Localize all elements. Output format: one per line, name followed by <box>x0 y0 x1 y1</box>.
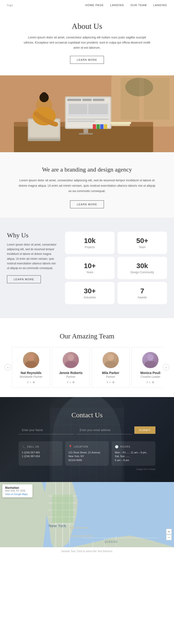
social-ig-3[interactable]: ⊙ <box>152 381 154 384</box>
team-title: Our Amazing Team <box>5 332 169 340</box>
social-ig-1[interactable]: ⊙ <box>72 381 75 384</box>
map-city: Manhattan <box>5 486 30 490</box>
carousel-next-button[interactable]: › <box>163 364 169 370</box>
contact-form: SUBMIT <box>18 426 156 434</box>
info-card-0: 📞 CALL US 1 (234) 567-8911 (234) 987-654 <box>18 441 62 466</box>
about-body: Lorem ipsum dolor sit amet, consectetur … <box>23 35 151 50</box>
map-zoom-controls: + − <box>166 529 172 540</box>
svg-rect-29 <box>104 124 107 129</box>
social-icons-3: f t ⊙ <box>134 381 163 384</box>
info-icon-2: 🕐 <box>115 445 119 449</box>
carousel-prev-button[interactable]: ‹ <box>5 364 11 370</box>
member-name-3: Monica Pouli <box>134 371 163 375</box>
map-section: Manhattan New York, NY 1558 View on Goog… <box>0 482 174 547</box>
branding-title: We are a branding and design agency <box>18 166 156 173</box>
logo: logo <box>7 3 13 7</box>
member-role-3: Creative Leader <box>134 375 163 378</box>
svg-rect-28 <box>100 124 103 129</box>
hero-image <box>0 76 174 152</box>
nav-landing-2[interactable]: LANDING <box>153 4 167 6</box>
stat-card-0: 10k Projects <box>65 232 115 254</box>
svg-rect-11 <box>93 99 104 101</box>
svg-rect-16 <box>67 120 95 122</box>
stat-number-1: 50+ <box>122 237 162 244</box>
social-fb-3[interactable]: f <box>147 381 148 384</box>
stats-grid: 10k Projects 50+ Team 10+ Years 30k Desi… <box>65 232 167 304</box>
member-role-2: Partner <box>94 375 127 378</box>
stat-card-2: 10+ Years <box>65 257 115 279</box>
map-zoom-out-button[interactable]: − <box>166 534 172 540</box>
svg-rect-18 <box>79 133 93 134</box>
why-us-cta-button[interactable]: LEARN MORE <box>7 275 41 283</box>
nav-landing-1[interactable]: LANDING <box>110 4 124 6</box>
svg-point-4 <box>125 78 153 96</box>
team-card-3: Monica Pouli Creative Leader f t ⊙ <box>132 347 163 388</box>
team-cards: Nat Reynolds Worldwide Partner f t ⊙ Jen… <box>11 347 163 388</box>
why-us-title: Why Us <box>7 232 58 239</box>
stat-card-5: 7 Awards <box>117 282 167 304</box>
svg-rect-15 <box>67 118 109 120</box>
branding-cta-button[interactable]: LEARN MORE <box>70 200 104 208</box>
info-card-1: 📍 LOCATION 121 Rock Street, 21 Avenue, N… <box>65 441 109 466</box>
contact-info-row: 📞 CALL US 1 (234) 567-8911 (234) 987-654… <box>18 441 156 466</box>
navigation: logo HOME PAGE LANDING OUR TEAM LANDING <box>0 0 174 10</box>
team-card-1: Jennie Roberts Partner f t ⊙ <box>52 347 90 388</box>
social-tw-1[interactable]: t <box>70 381 71 384</box>
social-ig-0[interactable]: ⊙ <box>33 381 35 384</box>
team-avatar-3 <box>142 352 159 368</box>
contact-title: Contact Us <box>18 411 156 419</box>
why-us-section: Why Us Lorem ipsum dolor sit amet, conse… <box>0 218 174 318</box>
svg-rect-26 <box>93 124 96 129</box>
member-role-0: Worldwide Partner <box>15 375 48 378</box>
svg-rect-13 <box>69 104 87 114</box>
social-fb-1[interactable]: f <box>67 381 68 384</box>
branding-body: Lorem ipsum dolor sit amet, consectetur … <box>18 178 156 194</box>
footer-sample-text[interactable]: Sample Text. Click to select the Text El… <box>61 550 113 552</box>
info-title-2: HOURS <box>120 446 130 448</box>
member-name-2: Mila Parker <box>94 371 127 375</box>
contact-section: Contact Us SUBMIT 📞 CALL US 1 (234) 567-… <box>0 397 174 482</box>
hero-scene-svg <box>0 76 174 152</box>
nav-home[interactable]: HOME PAGE <box>85 4 104 6</box>
social-tw-3[interactable]: t <box>149 381 150 384</box>
map-info-box: Manhattan New York, NY 1558 View on Goog… <box>2 484 32 497</box>
social-tw-0[interactable]: t <box>30 381 31 384</box>
svg-rect-27 <box>96 124 100 129</box>
why-us-left: Why Us Lorem ipsum dolor sit amet, conse… <box>7 232 58 283</box>
svg-rect-61 <box>70 536 93 536</box>
social-fb-0[interactable]: f <box>27 381 28 384</box>
contact-name-input[interactable] <box>18 426 74 434</box>
nav-links: HOME PAGE LANDING OUR TEAM LANDING <box>85 4 167 6</box>
svg-rect-59 <box>52 495 73 523</box>
map-state: New York, NY 1558 <box>5 490 30 492</box>
stat-label-2: Years <box>70 271 110 274</box>
stat-label-3: Design Community <box>122 271 162 274</box>
social-tw-2[interactable]: t <box>110 381 110 384</box>
stat-number-3: 30k <box>122 262 162 270</box>
stat-number-0: 10k <box>70 237 110 244</box>
map-zoom-in-button[interactable]: + <box>166 529 172 534</box>
map-queens-label: QUEENS <box>104 540 118 544</box>
svg-rect-10 <box>82 99 92 101</box>
info-card-header-2: 🕐 HOURS <box>115 445 152 449</box>
map-view-link[interactable]: View on Google Maps <box>5 493 30 496</box>
info-text-1: 121 Rock Street, 21 Avenue, New York, NY… <box>69 450 106 462</box>
about-section: About Us Lorem ipsum dolor sit amet, con… <box>0 10 174 71</box>
svg-rect-9 <box>67 99 81 101</box>
social-ig-2[interactable]: ⊙ <box>112 381 114 384</box>
info-card-header-1: 📍 LOCATION <box>69 445 106 449</box>
svg-rect-14 <box>88 104 108 114</box>
team-card-2: Mila Parker Partner f t ⊙ <box>92 347 130 388</box>
member-name-0: Nat Reynolds <box>15 371 48 375</box>
team-card-0: Nat Reynolds Worldwide Partner f t ⊙ <box>12 347 50 388</box>
info-text-2: Mon – Fri ..... 11 am – 8 pm, Sat, Sun .… <box>115 450 152 462</box>
stat-label-5: Awards <box>122 296 162 299</box>
team-avatar-1 <box>63 352 79 368</box>
contact-email-input[interactable] <box>77 426 132 434</box>
team-section: Our Amazing Team ‹ Nat Reynolds Worldwid… <box>0 318 174 397</box>
about-cta-button[interactable]: LEARN MORE <box>70 56 104 64</box>
social-fb-2[interactable]: f <box>107 381 108 384</box>
info-card-header-0: 📞 CALL US <box>22 445 59 449</box>
nav-our-team[interactable]: OUR TEAM <box>131 4 147 6</box>
contact-submit-button[interactable]: SUBMIT <box>134 426 156 434</box>
